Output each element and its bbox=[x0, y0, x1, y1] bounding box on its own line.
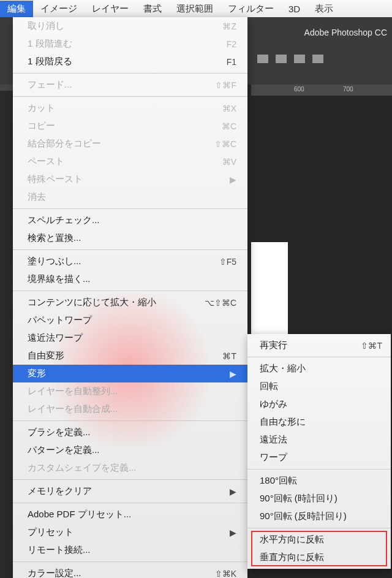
menu-item[interactable]: プリセット▶ bbox=[13, 523, 247, 541]
align-icon[interactable] bbox=[294, 55, 305, 63]
submenu-item[interactable]: 再実行⇧⌘T bbox=[247, 337, 391, 354]
submenu-item[interactable]: ゆがみ bbox=[247, 395, 391, 413]
menu-item-label: フェード... bbox=[28, 79, 72, 91]
menu-separator bbox=[13, 479, 247, 480]
submenu-item-label: 回転 bbox=[260, 381, 278, 392]
menubar: 編集 イメージ レイヤー 書式 選択範囲 フィルター 3D 表示 bbox=[0, 0, 392, 17]
menu-item[interactable]: 変形▶ bbox=[13, 365, 247, 382]
menu-item-label: カラー設定... bbox=[28, 568, 81, 578]
menu-separator bbox=[13, 73, 247, 74]
horizontal-ruler: 600 700 800 bbox=[251, 85, 392, 96]
menu-shortcut: F1 bbox=[227, 57, 236, 67]
transform-submenu: 再実行⇧⌘T拡大・縮小回転ゆがみ自由な形に遠近法ワープ180°回転90°回転 (… bbox=[247, 334, 391, 569]
menu-separator bbox=[247, 357, 391, 357]
menu-item[interactable]: パペットワープ bbox=[13, 311, 247, 329]
menu-shortcut: ⌘X bbox=[222, 104, 236, 113]
chevron-right-icon: ▶ bbox=[230, 528, 236, 538]
menu-item: レイヤーを自動整列... bbox=[13, 382, 247, 400]
submenu-item-label: 遠近法 bbox=[260, 434, 287, 446]
menu-item-label: ペースト bbox=[28, 156, 64, 167]
menu-item-label: カット bbox=[28, 102, 55, 114]
menu-item-label: コンテンツに応じて拡大・縮小 bbox=[28, 297, 156, 308]
menu-item: 取り消し⌘Z bbox=[13, 17, 247, 35]
submenu-item-label: 垂直方向に反転 bbox=[260, 552, 324, 563]
menu-separator bbox=[13, 291, 247, 291]
edit-menu-dropdown: 取り消し⌘Z1 段階進むF21 段階戻るF1フェード...⇧⌘Fカット⌘Xコピー… bbox=[13, 17, 247, 578]
menu-item[interactable]: 検索と置換... bbox=[13, 229, 247, 247]
align-icon[interactable] bbox=[257, 55, 268, 63]
canvas-document[interactable] bbox=[251, 242, 288, 343]
menubar-item-view[interactable]: 表示 bbox=[307, 1, 341, 17]
submenu-item-label: 自由な形に bbox=[260, 416, 306, 428]
menu-item: レイヤーを自動合成... bbox=[13, 400, 247, 418]
chevron-right-icon: ▶ bbox=[230, 487, 236, 496]
menu-item: コピー⌘C bbox=[13, 117, 247, 135]
menubar-item-layer[interactable]: レイヤー bbox=[85, 1, 136, 17]
app-title: Adobe Photoshop CC bbox=[300, 28, 392, 37]
submenu-item[interactable]: 水平方向に反転 bbox=[247, 531, 391, 549]
menu-shortcut: ⇧⌘C bbox=[214, 139, 236, 149]
menu-item[interactable]: パターンを定義... bbox=[13, 441, 247, 459]
submenu-item[interactable]: 自由な形に bbox=[247, 413, 391, 431]
menu-separator bbox=[247, 469, 391, 470]
submenu-item-label: ゆがみ bbox=[260, 398, 287, 410]
menu-item[interactable]: 境界線を描く... bbox=[13, 270, 247, 288]
menu-shortcut: ⌘Z bbox=[222, 21, 236, 31]
submenu-item[interactable]: 拡大・縮小 bbox=[247, 360, 391, 378]
menu-separator bbox=[13, 420, 247, 421]
submenu-item[interactable]: 回転 bbox=[247, 378, 391, 395]
menu-item-label: スペルチェック... bbox=[28, 215, 100, 226]
menu-item-label: ブラシを定義... bbox=[28, 427, 91, 438]
menu-shortcut: ⇧⌘T bbox=[361, 341, 382, 351]
submenu-item-label: 拡大・縮小 bbox=[260, 363, 306, 375]
menu-item[interactable]: ブラシを定義... bbox=[13, 424, 247, 441]
submenu-item[interactable]: 90°回転 (反時計回り) bbox=[247, 508, 391, 525]
menu-item: 1 段階進むF2 bbox=[13, 35, 247, 53]
menu-item-label: メモリをクリア bbox=[28, 485, 92, 497]
align-icon[interactable] bbox=[276, 55, 287, 63]
menu-shortcut: ⇧⌘F bbox=[215, 80, 236, 90]
menu-item[interactable]: カラー設定...⇧⌘K bbox=[13, 565, 247, 578]
menu-item: 特殊ペースト▶ bbox=[13, 170, 247, 188]
menubar-item-format[interactable]: 書式 bbox=[136, 1, 169, 17]
align-icon[interactable] bbox=[312, 55, 323, 63]
submenu-item[interactable]: 180°回転 bbox=[247, 472, 391, 490]
menu-item[interactable]: リモート接続... bbox=[13, 541, 247, 559]
menu-item[interactable]: コンテンツに応じて拡大・縮小⌥⇧⌘C bbox=[13, 294, 247, 311]
menu-item-label: Adobe PDF プリセット... bbox=[28, 509, 131, 520]
menu-item-label: 結合部分をコピー bbox=[28, 138, 101, 150]
menubar-item-select[interactable]: 選択範囲 bbox=[169, 1, 221, 17]
menu-item: カット⌘X bbox=[13, 99, 247, 117]
menu-item[interactable]: スペルチェック... bbox=[13, 211, 247, 229]
menu-separator bbox=[13, 503, 247, 503]
menu-item-label: 変形 bbox=[28, 368, 46, 379]
menubar-item-edit[interactable]: 編集 bbox=[0, 1, 33, 17]
submenu-item[interactable]: 90°回転 (時計回り) bbox=[247, 490, 391, 508]
menu-item[interactable]: メモリをクリア▶ bbox=[13, 482, 247, 500]
menu-item-label: 消去 bbox=[28, 191, 46, 203]
submenu-item[interactable]: 垂直方向に反転 bbox=[247, 549, 391, 566]
menu-item-label: レイヤーを自動合成... bbox=[28, 403, 118, 415]
menu-item-label: リモート接続... bbox=[28, 544, 91, 556]
submenu-item[interactable]: 遠近法 bbox=[247, 431, 391, 449]
menubar-item-filter[interactable]: フィルター bbox=[221, 1, 281, 17]
menu-item[interactable]: 1 段階戻るF1 bbox=[13, 53, 247, 70]
submenu-item-label: 90°回転 (反時計回り) bbox=[260, 511, 347, 522]
menubar-item-3d[interactable]: 3D bbox=[281, 1, 307, 17]
menu-separator bbox=[13, 249, 247, 250]
menu-shortcut: ⌥⇧⌘C bbox=[205, 298, 236, 308]
menu-item-label: カスタムシェイプを定義... bbox=[28, 462, 137, 474]
submenu-item[interactable]: ワープ bbox=[247, 449, 391, 466]
menu-item[interactable]: 自由変形⌘T bbox=[13, 347, 247, 365]
submenu-item-label: 水平方向に反転 bbox=[260, 534, 324, 546]
menu-item-label: 検索と置換... bbox=[28, 232, 81, 244]
menu-item: フェード...⇧⌘F bbox=[13, 76, 247, 94]
menubar-item-image[interactable]: イメージ bbox=[33, 1, 85, 17]
menu-item[interactable]: 遠近法ワープ bbox=[13, 329, 247, 347]
menu-separator bbox=[13, 208, 247, 209]
menu-item-label: 特殊ペースト bbox=[28, 173, 83, 185]
menu-item-label: 取り消し bbox=[28, 20, 64, 32]
chevron-right-icon: ▶ bbox=[230, 369, 236, 379]
menu-item[interactable]: 塗りつぶし...⇧F5 bbox=[13, 253, 247, 270]
menu-item[interactable]: Adobe PDF プリセット... bbox=[13, 506, 247, 523]
